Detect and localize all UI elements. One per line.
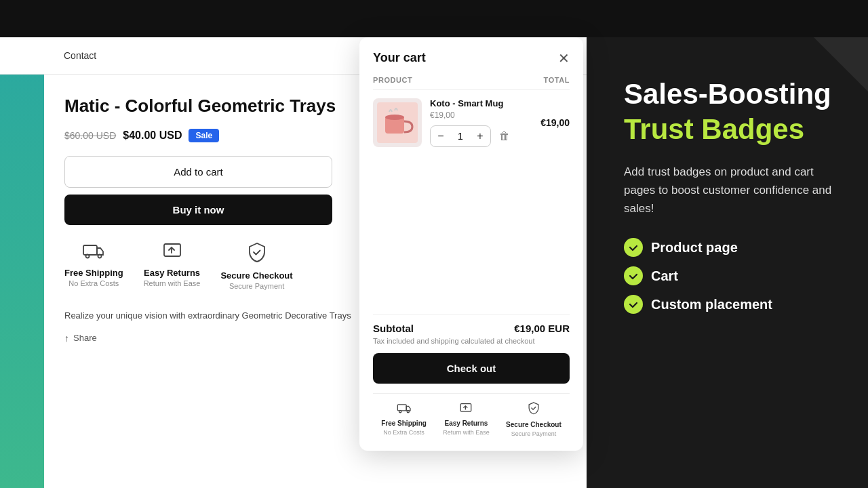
qty-controls: − 1 + [430, 125, 491, 147]
promo-feature-cart: Cart [624, 266, 841, 285]
returns-title: Easy Returns [144, 268, 200, 278]
product-description: Realize your unique vision with extraord… [64, 309, 363, 323]
price-row: $60.00 USD $40.00 USD Sale [64, 129, 363, 142]
cart-returns-icon [458, 402, 473, 418]
trust-badge-secure: Secure Checkout Secure Payment [220, 241, 292, 290]
cart-secure-icon [527, 401, 540, 419]
nav-left: Contact [47, 50, 96, 61]
product-area: Matic - Colorful Geometric Trays $60.00 … [44, 75, 383, 364]
check-icon-cart [624, 266, 643, 285]
decorative-triangle [814, 37, 868, 92]
qty-increase-button[interactable]: + [470, 126, 490, 146]
tax-note: Tax included and shipping calculated at … [373, 337, 570, 345]
cart-item-details: Koto - Smart Mug €19,00 − 1 + 🗑 [430, 98, 532, 147]
secure-title: Secure Checkout [220, 270, 292, 281]
cart-panel: Your cart ✕ PRODUCT TOTAL Koto - Smart M… [359, 37, 583, 451]
original-price: $60.00 USD [64, 130, 116, 141]
cart-secure-title: Secure Checkout [506, 421, 561, 428]
secure-icon [246, 241, 268, 266]
add-to-cart-button[interactable]: Add to cart [64, 156, 332, 188]
cart-header: Your cart ✕ [373, 51, 570, 65]
returns-icon [161, 241, 183, 264]
cart-shipping-title: Free Shipping [381, 420, 427, 427]
subtotal-label: Subtotal [373, 323, 414, 334]
check-icon-product [624, 238, 643, 257]
cart-item-name: Koto - Smart Mug [430, 98, 532, 108]
svg-rect-3 [164, 244, 180, 256]
promo-heading-white: Sales-Boosting [624, 78, 841, 110]
checkout-button[interactable]: Check out [373, 353, 570, 384]
sale-price: $40.00 USD [123, 129, 182, 142]
cart-trust-badges: Free Shipping No Extra Costs Easy Return… [373, 393, 570, 437]
cart-returns-sub: Return with Ease [443, 429, 490, 436]
feature-custom-label: Custom placement [651, 297, 772, 312]
trust-badges-section: Free Shipping No Extra Costs Easy Return… [64, 241, 363, 290]
share-row[interactable]: ↑ Share [64, 333, 363, 344]
promo-description: Add trust badges on product and cart pag… [624, 163, 841, 218]
top-bar [0, 0, 868, 37]
svg-rect-7 [397, 405, 406, 411]
promo-feature-product-page: Product page [624, 238, 841, 257]
cart-badge-shipping: Free Shipping No Extra Costs [381, 402, 427, 436]
svg-point-6 [385, 115, 404, 120]
check-icon-custom [624, 295, 643, 314]
trust-badge-shipping: Free Shipping No Extra Costs [64, 241, 123, 290]
feature-cart-label: Cart [651, 268, 678, 284]
cart-shipping-sub: No Extra Costs [383, 429, 425, 436]
cart-columns: PRODUCT TOTAL [373, 76, 570, 90]
cart-item-total: €19,00 [540, 117, 570, 128]
promo-heading-green: Trust Badges [624, 113, 841, 146]
shipping-sub: No Extra Costs [68, 279, 119, 287]
qty-decrease-button[interactable]: − [431, 126, 451, 146]
svg-point-8 [399, 411, 401, 413]
sale-badge: Sale [189, 129, 219, 142]
subtotal-value: €19,00 EUR [514, 323, 570, 334]
cart-secure-sub: Secure Payment [511, 430, 557, 437]
delete-item-button[interactable]: 🗑 [499, 130, 510, 142]
cart-badge-secure: Secure Checkout Secure Payment [506, 401, 561, 437]
returns-sub: Return with Ease [144, 279, 201, 287]
shipping-title: Free Shipping [64, 268, 123, 278]
cart-close-button[interactable]: ✕ [558, 52, 570, 65]
qty-row: − 1 + 🗑 [430, 125, 532, 147]
promo-panel: Sales-Boosting Trust Badges Add trust ba… [597, 37, 868, 488]
cart-returns-title: Easy Returns [445, 420, 488, 427]
secure-sub: Secure Payment [229, 282, 284, 290]
cart-item: Koto - Smart Mug €19,00 − 1 + 🗑 €19,00 [373, 98, 570, 147]
cart-item-image [373, 98, 422, 147]
cart-item-price: €19,00 [430, 110, 532, 120]
cart-title: Your cart [373, 51, 426, 65]
trust-badge-returns: Easy Returns Return with Ease [144, 241, 201, 290]
teal-stripe [0, 37, 44, 488]
qty-value: 1 [451, 131, 470, 142]
svg-point-9 [407, 411, 409, 413]
feature-product-page-label: Product page [651, 240, 738, 256]
product-title: Matic - Colorful Geometric Trays [64, 95, 363, 118]
svg-point-2 [98, 254, 102, 258]
share-icon: ↑ [64, 333, 69, 344]
cart-subtotal-row: Subtotal €19,00 EUR [373, 314, 570, 334]
nav-contact[interactable]: Contact [64, 50, 96, 61]
col-total: TOTAL [544, 76, 570, 84]
buy-now-button[interactable]: Buy it now [64, 195, 332, 225]
promo-features: Product page Cart Custom placement [624, 238, 841, 314]
promo-feature-custom: Custom placement [624, 295, 841, 314]
share-label: Share [73, 333, 97, 343]
svg-point-1 [86, 254, 90, 258]
cart-shipping-icon [397, 402, 412, 418]
col-product: PRODUCT [373, 76, 412, 84]
cart-badge-returns: Easy Returns Return with Ease [443, 402, 490, 436]
shipping-icon [83, 241, 104, 264]
svg-rect-0 [83, 245, 97, 255]
